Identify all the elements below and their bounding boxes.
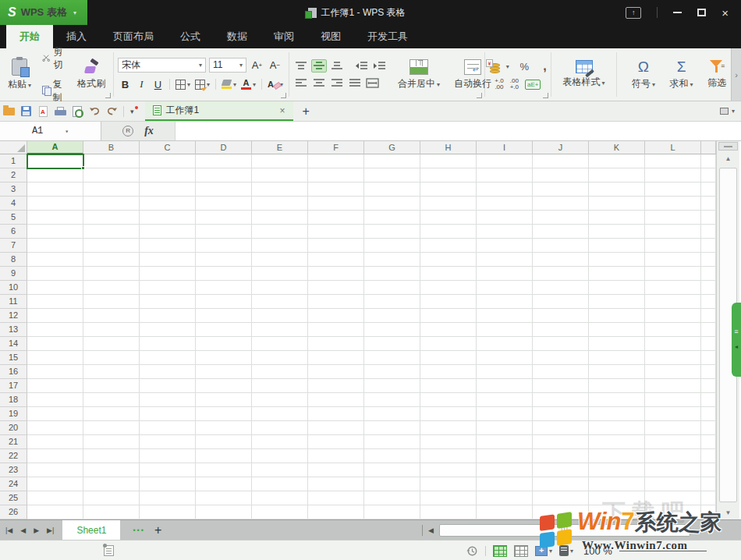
- cell-B4[interactable]: [83, 197, 140, 211]
- cut-button[interactable]: 剪切: [40, 44, 69, 73]
- row-header-15[interactable]: 15: [0, 351, 27, 365]
- cell-L20[interactable]: [645, 421, 701, 435]
- cell-I13[interactable]: [477, 323, 533, 337]
- zoom-slider[interactable]: [619, 551, 707, 551]
- underline-button[interactable]: U: [151, 76, 165, 92]
- cell-F6[interactable]: [308, 225, 364, 239]
- cell-L23[interactable]: [645, 463, 701, 477]
- formula-input[interactable]: [176, 122, 741, 140]
- cell-L22[interactable]: [645, 449, 701, 463]
- cell-A17[interactable]: [27, 379, 83, 393]
- cell-I23[interactable]: [477, 463, 533, 477]
- ribbon-scroll-right[interactable]: ›: [731, 48, 741, 101]
- cell-J4[interactable]: [533, 197, 589, 211]
- cell-partial-4[interactable]: [701, 197, 716, 211]
- filter-button[interactable]: = 筛选: [704, 58, 730, 91]
- row-header-10[interactable]: 10: [0, 281, 27, 295]
- cell-E23[interactable]: [252, 463, 308, 477]
- clear-format-button[interactable]: A▾: [266, 76, 285, 92]
- cell-D22[interactable]: [196, 449, 252, 463]
- cell-G11[interactable]: [364, 295, 420, 309]
- cell-B21[interactable]: [83, 435, 140, 449]
- cell-D19[interactable]: [196, 407, 252, 421]
- cell-H6[interactable]: [420, 225, 477, 239]
- cell-C22[interactable]: [140, 449, 196, 463]
- cell-C21[interactable]: [140, 435, 196, 449]
- cell-A14[interactable]: [27, 337, 83, 351]
- cell-G3[interactable]: [364, 183, 420, 197]
- cell-E20[interactable]: [252, 421, 308, 435]
- align-middle-icon[interactable]: [311, 59, 327, 73]
- cell-J22[interactable]: [533, 449, 589, 463]
- cell-L5[interactable]: [645, 211, 701, 225]
- cell-E6[interactable]: [252, 225, 308, 239]
- table-style-button[interactable]: 表格样式▾: [559, 58, 609, 90]
- cell-H3[interactable]: [420, 183, 477, 197]
- cell-D2[interactable]: [196, 168, 252, 183]
- sheet-tab-sheet1[interactable]: Sheet1: [62, 520, 120, 540]
- cell-K26[interactable]: [589, 505, 645, 519]
- cell-D4[interactable]: [196, 197, 252, 211]
- cell-B1[interactable]: [83, 154, 140, 168]
- cell-D26[interactable]: [196, 505, 252, 519]
- cell-L17[interactable]: [645, 379, 701, 393]
- align-left-icon[interactable]: [293, 76, 309, 90]
- cell-H20[interactable]: [420, 421, 477, 435]
- cell-G13[interactable]: [364, 323, 420, 337]
- cell-I6[interactable]: [477, 225, 533, 239]
- font-color-button[interactable]: A▾: [239, 76, 257, 92]
- cell-L14[interactable]: [645, 337, 701, 351]
- column-header-J[interactable]: J: [533, 141, 589, 154]
- cell-A5[interactable]: [27, 211, 83, 225]
- cell-B16[interactable]: [83, 365, 140, 379]
- cell-I11[interactable]: [477, 295, 533, 309]
- cell-L11[interactable]: [645, 295, 701, 309]
- cell-B20[interactable]: [83, 421, 140, 435]
- cell-G19[interactable]: [364, 407, 420, 421]
- cell-I5[interactable]: [477, 211, 533, 225]
- cell-H7[interactable]: [420, 239, 477, 253]
- cell-F23[interactable]: [308, 463, 364, 477]
- cell-L26[interactable]: [645, 505, 701, 519]
- cell-E3[interactable]: [252, 183, 308, 197]
- cell-B24[interactable]: [83, 477, 140, 491]
- cell-J16[interactable]: [533, 365, 589, 379]
- cell-G2[interactable]: [364, 168, 420, 183]
- cell-I19[interactable]: [477, 407, 533, 421]
- cell-H17[interactable]: [420, 379, 477, 393]
- cell-L21[interactable]: [645, 435, 701, 449]
- cell-G12[interactable]: [364, 309, 420, 323]
- cell-J20[interactable]: [533, 421, 589, 435]
- cell-B18[interactable]: [83, 393, 140, 407]
- cell-partial-5[interactable]: [701, 211, 716, 225]
- cell-K6[interactable]: [589, 225, 645, 239]
- cell-D15[interactable]: [196, 351, 252, 365]
- cell-G20[interactable]: [364, 421, 420, 435]
- cell-D25[interactable]: [196, 491, 252, 505]
- draw-border-button[interactable]: ▾: [193, 76, 211, 92]
- cell-J13[interactable]: [533, 323, 589, 337]
- cell-D10[interactable]: [196, 281, 252, 295]
- cell-B25[interactable]: [83, 491, 140, 505]
- column-header-H[interactable]: H: [420, 141, 477, 154]
- cell-A2[interactable]: [27, 168, 83, 183]
- cell-D17[interactable]: [196, 379, 252, 393]
- cell-E19[interactable]: [252, 407, 308, 421]
- cell-J6[interactable]: [533, 225, 589, 239]
- cell-A21[interactable]: [27, 435, 83, 449]
- cell-A7[interactable]: [27, 239, 83, 253]
- prev-sheet-button[interactable]: ◀: [16, 526, 30, 534]
- customize-quick-access-icon[interactable]: ▾: [127, 108, 137, 115]
- cell-A9[interactable]: [27, 267, 83, 281]
- cell-F3[interactable]: [308, 183, 364, 197]
- cell-F21[interactable]: [308, 435, 364, 449]
- increase-decimal-icon[interactable]: +.0.00: [495, 78, 503, 90]
- cell-B6[interactable]: [83, 225, 140, 239]
- cell-D13[interactable]: [196, 323, 252, 337]
- cell-C2[interactable]: [140, 168, 196, 183]
- horizontal-scrollbar-thumb[interactable]: |||: [439, 524, 690, 537]
- bold-button[interactable]: B: [118, 76, 133, 92]
- cell-A19[interactable]: [27, 407, 83, 421]
- select-all-corner[interactable]: [0, 141, 27, 154]
- row-header-21[interactable]: 21: [0, 435, 27, 449]
